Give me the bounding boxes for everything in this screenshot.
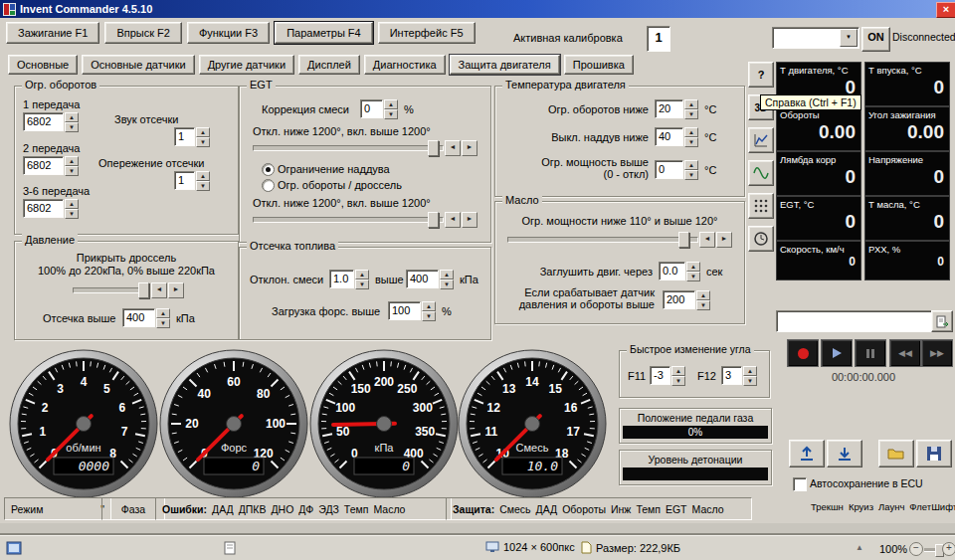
chevron-down-icon[interactable]: ▼ [840, 29, 858, 47]
slider-left-icon[interactable]: ◄ [699, 232, 715, 248]
spin-up-icon[interactable]: ▲ [440, 270, 454, 280]
above-kpa-spinner[interactable]: 400 ▲▼ [406, 270, 454, 288]
subtab-other-sensors[interactable]: Другие датчики [199, 55, 294, 75]
help-button[interactable]: ? [748, 62, 774, 88]
egt-boost-slider[interactable]: ◄ ► [253, 141, 478, 155]
egt-rev-slider[interactable]: ◄ ► [253, 213, 478, 227]
cut-sound-spinner[interactable]: 1 ▲▼ [174, 127, 210, 146]
power-above-spinner[interactable]: 0 ▲▼ [655, 160, 698, 179]
spin-up-icon[interactable]: ▲ [684, 127, 698, 137]
slider-right-icon[interactable]: ► [462, 140, 478, 156]
pressure-throttle-slider[interactable]: ◄ ► [73, 283, 184, 297]
chevron-up-icon[interactable]: ▲ [856, 543, 863, 552]
gear1-spinner[interactable]: 6802 ▲▼ [23, 112, 79, 131]
spin-up-icon[interactable]: ▲ [196, 127, 210, 137]
spin-up-icon[interactable]: ▲ [696, 290, 710, 300]
spin-up-icon[interactable]: ▲ [65, 199, 79, 209]
spin-down-icon[interactable]: ▼ [684, 170, 698, 180]
spin-down-icon[interactable]: ▼ [684, 109, 698, 119]
subtab-basic[interactable]: Основные [8, 55, 78, 75]
spin-up-icon[interactable]: ▲ [684, 160, 698, 170]
slider-left-icon[interactable]: ◄ [445, 212, 461, 228]
scope-button[interactable] [748, 160, 774, 186]
zoom-slider[interactable] [924, 548, 942, 552]
subtab-display[interactable]: Дисплей [298, 55, 360, 75]
matrix-button[interactable] [748, 193, 774, 219]
spin-down-icon[interactable]: ▼ [65, 122, 79, 132]
play-button[interactable] [821, 339, 853, 367]
subtab-engine-protection[interactable]: Защита двигателя [450, 55, 560, 75]
connect-on-button[interactable]: ON [861, 27, 890, 52]
spin-down-icon[interactable]: ▼ [355, 280, 369, 289]
spin-down-icon[interactable]: ▼ [671, 376, 685, 386]
spin-down-icon[interactable]: ▼ [422, 311, 436, 321]
spin-up-icon[interactable]: ▲ [196, 171, 210, 181]
zoom-out-button[interactable]: − [909, 542, 923, 556]
pause-button[interactable] [855, 339, 886, 367]
slider-left-icon[interactable]: ◄ [151, 282, 167, 298]
cut-advance-spinner[interactable]: 1 ▲▼ [174, 171, 210, 190]
chart-button[interactable] [748, 127, 774, 153]
tab-interface-f5[interactable]: Интерфейс F5 [378, 22, 476, 44]
tab-injection-f2[interactable]: Впрыск F2 [104, 22, 182, 44]
spin-up-icon[interactable]: ▲ [65, 156, 79, 166]
slider-thumb[interactable] [138, 282, 149, 298]
spin-up-icon[interactable]: ▲ [671, 366, 685, 376]
tab-ignition-f1[interactable]: Зажигание F1 [6, 22, 99, 44]
spin-down-icon[interactable]: ▼ [196, 137, 210, 147]
log-browse-button[interactable] [931, 310, 953, 332]
f11-spinner[interactable]: -3 ▲▼ [650, 366, 685, 385]
spin-up-icon[interactable]: ▲ [686, 262, 700, 272]
slider-left-icon[interactable]: ◄ [445, 140, 461, 156]
record-button[interactable] [787, 339, 819, 367]
timer-button[interactable] [748, 226, 774, 252]
log-file-input[interactable] [776, 310, 933, 332]
spin-down-icon[interactable]: ▼ [65, 209, 79, 219]
subtab-diagnostics[interactable]: Диагностика [364, 55, 446, 75]
spin-up-icon[interactable]: ▲ [384, 99, 398, 109]
engine-shutdown-spinner[interactable]: 0.0 ▲▼ [659, 262, 700, 280]
forward-button[interactable]: ▶▶ [921, 339, 953, 367]
mixture-corr-spinner[interactable]: 0 ▲▼ [360, 99, 398, 118]
spin-up-icon[interactable]: ▲ [65, 112, 79, 122]
slider-right-icon[interactable]: ► [716, 232, 732, 248]
save-file-button[interactable] [916, 440, 952, 467]
autosave-checkbox[interactable] [793, 477, 807, 491]
spin-up-icon[interactable]: ▲ [684, 99, 698, 109]
injector-load-spinner[interactable]: 100 ▲▼ [388, 301, 436, 320]
zoom-in-button[interactable]: + [942, 542, 955, 556]
spin-down-icon[interactable]: ▼ [696, 300, 710, 310]
close-button[interactable]: × [936, 2, 955, 18]
tab-parameters-f4[interactable]: Параметры F4 [275, 22, 373, 44]
spin-down-icon[interactable]: ▼ [440, 280, 454, 289]
subtab-main-sensors[interactable]: Основные датчики [82, 55, 194, 75]
slider-right-icon[interactable]: ► [462, 212, 478, 228]
spin-down-icon[interactable]: ▼ [384, 109, 398, 119]
oil-power-slider[interactable]: ◄ ► [507, 233, 732, 247]
connection-port-select[interactable]: ▼ [772, 27, 860, 49]
slider-thumb[interactable] [678, 232, 689, 248]
rev-throttle-radio[interactable] [262, 179, 275, 192]
f12-spinner[interactable]: 3 ▲▼ [721, 366, 757, 385]
spin-up-icon[interactable]: ▲ [156, 308, 170, 318]
slider-thumb[interactable] [428, 212, 439, 228]
spin-down-icon[interactable]: ▼ [65, 166, 79, 176]
active-calibration-value[interactable]: 1 [647, 26, 670, 52]
spin-down-icon[interactable]: ▼ [196, 181, 210, 191]
subtab-firmware[interactable]: Прошивка [564, 55, 634, 75]
spin-up-icon[interactable]: ▲ [743, 366, 757, 376]
spin-down-icon[interactable]: ▼ [686, 272, 700, 281]
rev-below-spinner[interactable]: 20 ▲▼ [655, 99, 698, 118]
oil-sensor-rpm-spinner[interactable]: 200 ▲▼ [663, 290, 710, 309]
gear2-spinner[interactable]: 6802 ▲▼ [23, 156, 79, 175]
pressure-cutoff-spinner[interactable]: 400 ▲▼ [122, 308, 170, 327]
tab-functions-f3[interactable]: Функции F3 [187, 22, 270, 44]
boost-limit-radio[interactable] [262, 163, 275, 176]
gear36-spinner[interactable]: 6802 ▲▼ [23, 199, 79, 218]
spin-up-icon[interactable]: ▲ [355, 270, 369, 280]
mixture-dev-spinner[interactable]: 1.0 ▲▼ [329, 270, 369, 288]
spin-down-icon[interactable]: ▼ [684, 137, 698, 147]
slider-right-icon[interactable]: ► [168, 282, 184, 298]
spin-up-icon[interactable]: ▲ [422, 301, 436, 311]
rewind-button[interactable]: ◀◀ [889, 339, 921, 367]
